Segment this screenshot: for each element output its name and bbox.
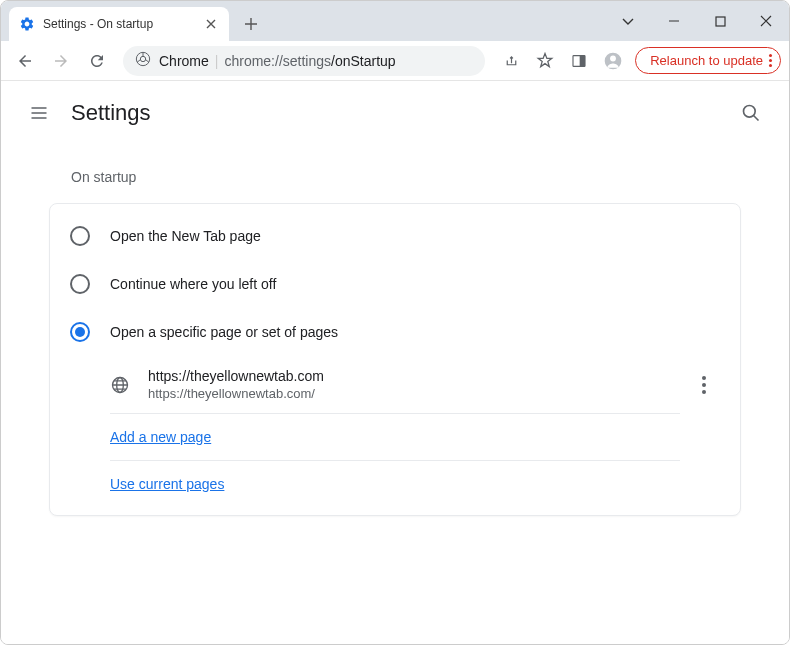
radio-new-tab-page[interactable]: Open the New Tab page: [50, 212, 740, 260]
minimize-button[interactable]: [651, 5, 697, 37]
page-entry-title: https://theyellownewtab.com: [148, 368, 688, 384]
search-button[interactable]: [733, 95, 769, 131]
radio-icon-selected: [70, 322, 90, 342]
browser-toolbar: Chrome | chrome://settings/onStartup Rel…: [1, 41, 789, 81]
relaunch-update-button[interactable]: Relaunch to update: [635, 47, 781, 74]
add-page-row: Add a new page: [50, 414, 740, 460]
page-entry-more-button[interactable]: [688, 369, 720, 401]
page-title: Settings: [71, 100, 733, 126]
side-panel-icon[interactable]: [563, 45, 595, 77]
svg-rect-4: [580, 55, 585, 66]
radio-specific-pages[interactable]: Open a specific page or set of pages: [50, 308, 740, 356]
relaunch-label: Relaunch to update: [650, 53, 763, 68]
url-text: Chrome | chrome://settings/onStartup: [159, 53, 396, 69]
tab-title: Settings - On startup: [43, 17, 203, 31]
on-startup-section: On startup Open the New Tab page Continu…: [1, 169, 789, 516]
radio-label: Open a specific page or set of pages: [110, 324, 338, 340]
window-controls: [605, 1, 789, 41]
reload-button[interactable]: [81, 45, 113, 77]
toolbar-actions: Relaunch to update: [495, 45, 781, 77]
new-tab-button[interactable]: [237, 10, 265, 38]
use-current-pages-link[interactable]: Use current pages: [110, 476, 224, 492]
svg-point-7: [744, 106, 756, 118]
section-title: On startup: [71, 169, 741, 185]
back-button[interactable]: [9, 45, 41, 77]
gear-icon: [19, 16, 35, 32]
more-vert-icon: [702, 376, 706, 394]
chrome-menu-icon: [769, 54, 772, 67]
close-tab-button[interactable]: [203, 16, 219, 32]
browser-tab[interactable]: Settings - On startup: [9, 7, 229, 41]
window-titlebar: Settings - On startup: [1, 1, 789, 41]
close-window-button[interactable]: [743, 5, 789, 37]
chrome-icon: [135, 51, 151, 71]
page-content: PCrisk.com Settings On startup Open the …: [1, 81, 789, 645]
svg-rect-0: [716, 17, 725, 26]
maximize-button[interactable]: [697, 5, 743, 37]
svg-point-6: [610, 55, 616, 61]
bookmark-icon[interactable]: [529, 45, 561, 77]
add-new-page-link[interactable]: Add a new page: [110, 429, 211, 445]
settings-header: Settings: [1, 81, 789, 145]
globe-icon: [110, 375, 130, 395]
hamburger-menu-button[interactable]: [21, 95, 57, 131]
radio-label: Open the New Tab page: [110, 228, 261, 244]
use-current-row: Use current pages: [50, 461, 740, 507]
radio-icon: [70, 274, 90, 294]
forward-button[interactable]: [45, 45, 77, 77]
startup-page-entry: https://theyellownewtab.com https://they…: [50, 356, 740, 413]
radio-continue-left-off[interactable]: Continue where you left off: [50, 260, 740, 308]
profile-icon[interactable]: [597, 45, 629, 77]
page-entry-url: https://theyellownewtab.com/: [148, 386, 688, 401]
address-bar[interactable]: Chrome | chrome://settings/onStartup: [123, 46, 485, 76]
page-entry-text: https://theyellownewtab.com https://they…: [148, 368, 688, 401]
radio-label: Continue where you left off: [110, 276, 276, 292]
chevron-down-icon[interactable]: [605, 5, 651, 37]
share-icon[interactable]: [495, 45, 527, 77]
radio-icon: [70, 226, 90, 246]
startup-options-card: Open the New Tab page Continue where you…: [49, 203, 741, 516]
svg-point-2: [140, 56, 145, 61]
